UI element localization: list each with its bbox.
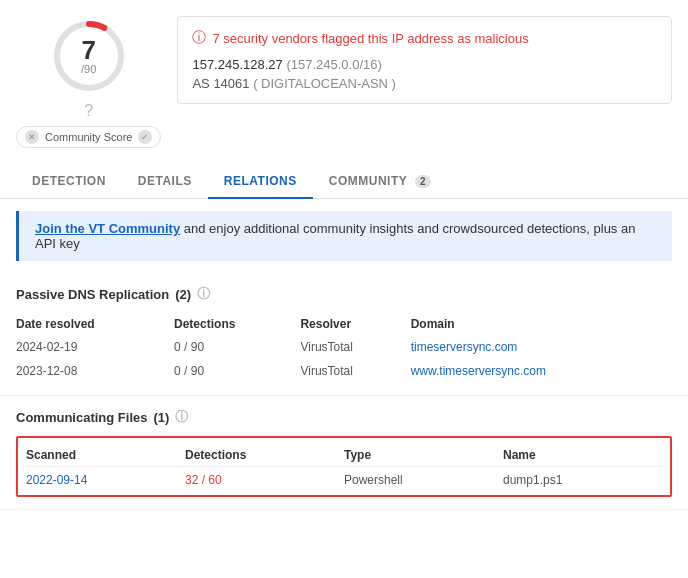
ip-range: (157.245.0.0/16) [286, 57, 381, 72]
file-detections: 32 / 60 [185, 473, 344, 487]
ip-info: 157.245.128.27 (157.245.0.0/16) [192, 57, 657, 72]
table-row: 2024-02-19 0 / 90 VirusTotal timeservers… [16, 335, 672, 359]
community-score-bar: ✕ Community Score ✓ [16, 126, 161, 148]
tab-community-badge: 2 [415, 175, 431, 188]
tab-community[interactable]: COMMUNITY 2 [313, 164, 447, 198]
comm-files-row: 2022-09-14 32 / 60 Powershell dump1.ps1 [26, 467, 662, 489]
score-circle: 7 /90 [49, 16, 129, 96]
passive-dns-title-text: Passive DNS Replication [16, 287, 169, 302]
alert-box: ⓘ 7 security vendors flagged this IP add… [177, 16, 672, 104]
col-date-resolved: Date resolved [16, 313, 174, 335]
col-detections: Detections [174, 313, 300, 335]
communicating-files-title-text: Communicating Files [16, 410, 147, 425]
ip-address: 157.245.128.27 [192, 57, 282, 72]
alert-icon: ⓘ [192, 29, 206, 47]
col-name: Name [503, 448, 662, 462]
col-domain: Domain [411, 313, 672, 335]
alert-message: 7 security vendors flagged this IP addre… [212, 31, 528, 46]
row2-domain-link[interactable]: www.timeserversync.com [411, 364, 546, 378]
row1-date: 2024-02-19 [16, 335, 174, 359]
comm-files-header: Scanned Detections Type Name [26, 444, 662, 467]
row1-resolver: VirusTotal [300, 335, 410, 359]
communicating-files-count: (1) [153, 410, 169, 425]
as-name: ( DIGITALOCEAN-ASN ) [253, 76, 396, 91]
row2-resolver: VirusTotal [300, 359, 410, 383]
score-value: 7 [81, 37, 96, 63]
row2-domain[interactable]: www.timeserversync.com [411, 359, 672, 383]
tabs-container: DETECTION DETAILS RELATIONS COMMUNITY 2 [0, 164, 688, 199]
top-section: 7 /90 ? ✕ Community Score ✓ ⓘ 7 security… [0, 0, 688, 156]
alert-title: ⓘ 7 security vendors flagged this IP add… [192, 29, 657, 47]
col-detections: Detections [185, 448, 344, 462]
score-text: 7 /90 [81, 37, 96, 75]
score-container: 7 /90 ? ✕ Community Score ✓ [16, 16, 161, 148]
community-banner: Join the VT Community and enjoy addition… [16, 211, 672, 261]
row2-detections: 0 / 90 [174, 359, 300, 383]
communicating-files-section: Communicating Files (1) ⓘ Scanned Detect… [0, 396, 688, 510]
communicating-files-title: Communicating Files (1) ⓘ [16, 408, 672, 426]
passive-dns-info-icon[interactable]: ⓘ [197, 285, 210, 303]
cs-x-icon: ✕ [25, 130, 39, 144]
question-icon[interactable]: ? [84, 102, 93, 120]
tab-community-label: COMMUNITY [329, 174, 407, 188]
join-vt-community-link[interactable]: Join the VT Community [35, 221, 180, 236]
file-type: Powershell [344, 473, 503, 487]
row2-date: 2023-12-08 [16, 359, 174, 383]
score-denominator: /90 [81, 63, 96, 75]
as-info: AS 14061 ( DIGITALOCEAN-ASN ) [192, 76, 657, 91]
row1-domain[interactable]: timeserversync.com [411, 335, 672, 359]
col-resolver: Resolver [300, 313, 410, 335]
file-scanned-date: 2022-09-14 [26, 473, 185, 487]
table-row: 2023-12-08 0 / 90 VirusTotal www.timeser… [16, 359, 672, 383]
community-score-label: Community Score [45, 131, 132, 143]
row1-domain-link[interactable]: timeserversync.com [411, 340, 518, 354]
cs-check-icon: ✓ [138, 130, 152, 144]
tab-detection[interactable]: DETECTION [16, 164, 122, 198]
as-number: AS 14061 [192, 76, 249, 91]
passive-dns-section: Passive DNS Replication (2) ⓘ Date resol… [0, 273, 688, 396]
file-name: dump1.ps1 [503, 473, 662, 487]
passive-dns-title: Passive DNS Replication (2) ⓘ [16, 285, 672, 303]
col-scanned: Scanned [26, 448, 185, 462]
col-type: Type [344, 448, 503, 462]
row1-detections: 0 / 90 [174, 335, 300, 359]
tab-details[interactable]: DETAILS [122, 164, 208, 198]
tab-relations[interactable]: RELATIONS [208, 164, 313, 198]
passive-dns-table: Date resolved Detections Resolver Domain… [16, 313, 672, 383]
communicating-files-info-icon[interactable]: ⓘ [175, 408, 188, 426]
passive-dns-count: (2) [175, 287, 191, 302]
communicating-files-highlighted: Scanned Detections Type Name 2022-09-14 … [16, 436, 672, 497]
